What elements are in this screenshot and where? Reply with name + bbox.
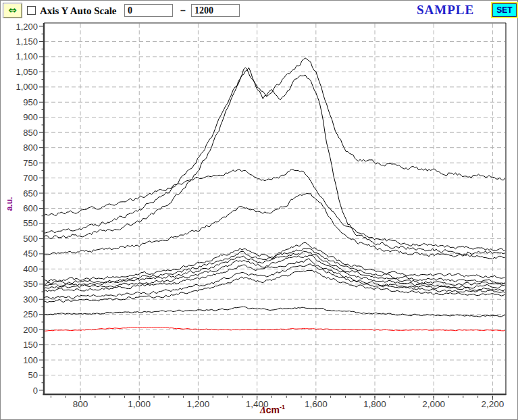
y-tick-label: 600 (23, 203, 38, 213)
y-tick-label: 750 (23, 158, 38, 168)
x-tick-label: 800 (73, 399, 88, 409)
y-tick-label: 0 (33, 386, 38, 396)
x-axis-exponent: -1 (280, 404, 285, 411)
x-tick-label: 1,000 (128, 399, 151, 409)
y-tick-label: 100 (23, 355, 38, 365)
y-tick-label: 550 (23, 218, 38, 228)
y-tick-label: 1,050 (16, 67, 38, 77)
y-tick-label: 900 (23, 112, 38, 122)
y-tick-label: 850 (23, 128, 38, 138)
delta-symbol: Δ (260, 405, 266, 415)
y-tick-label: 50 (28, 370, 38, 380)
y-tick-label: 400 (23, 264, 38, 274)
spectrum-trace (44, 68, 505, 255)
spectra-chart: 0501001502002503003504004505005506006507… (1, 1, 517, 419)
spectrum-trace (44, 58, 505, 233)
spectrum-trace (44, 242, 505, 281)
x-tick-label: 1,600 (305, 399, 328, 409)
spectrum-trace (44, 307, 505, 317)
y-tick-label: 1,000 (16, 82, 38, 92)
x-tick-label: 2,200 (481, 399, 504, 409)
y-tick-label: 150 (23, 340, 38, 350)
spectrum-trace (44, 255, 505, 288)
application-window: ⇔ Axis Y Auto Scale – SAMPLE SET 0501001… (0, 0, 518, 420)
y-tick-label: 250 (23, 309, 38, 319)
y-tick-label: 650 (23, 188, 38, 199)
y-tick-label: 1,200 (16, 22, 38, 32)
x-tick-label: 2,000 (422, 399, 445, 409)
y-tick-label: 950 (23, 97, 38, 107)
y-tick-label: 1,100 (16, 51, 38, 61)
y-tick-label: 300 (23, 294, 38, 305)
y-tick-label: 700 (23, 173, 38, 183)
y-axis-label: a.u. (5, 188, 14, 219)
y-tick-label: 800 (23, 142, 38, 153)
x-tick-label: 1,200 (187, 399, 210, 409)
spectrum-trace (44, 327, 505, 332)
plot-canvas: 0501001502002503003504004505005506006507… (1, 1, 518, 420)
x-axis-unit: cm (266, 404, 280, 415)
y-tick-label: 200 (23, 325, 38, 335)
y-tick-label: 1,150 (16, 36, 38, 47)
x-tick-label: 1,800 (363, 399, 386, 409)
x-axis-label: Δcm-1 (260, 404, 285, 416)
y-tick-label: 500 (23, 234, 38, 244)
y-tick-label: 450 (23, 248, 38, 259)
y-tick-label: 350 (23, 279, 38, 289)
